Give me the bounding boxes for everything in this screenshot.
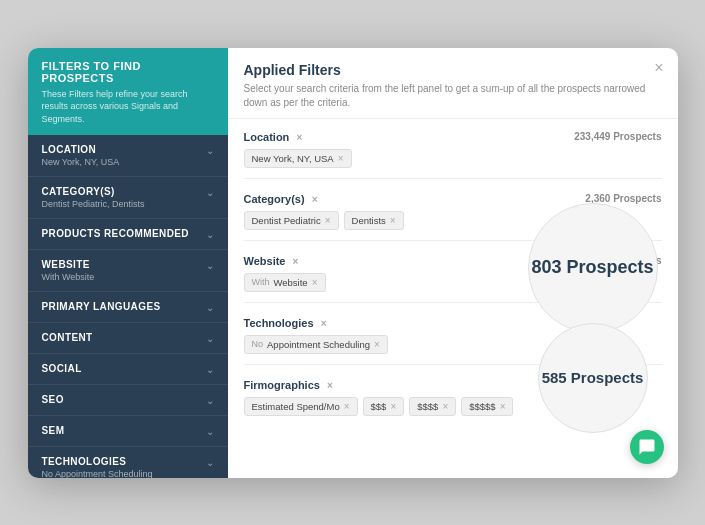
sidebar-item-content-1: CATEGORY(S) Dentist Pediatric, Dentists bbox=[42, 186, 202, 209]
tag-1-1: Dentists × bbox=[344, 211, 404, 230]
tag-4-3: $$$$$ × bbox=[461, 397, 513, 416]
circle-large-number: 803 Prospects bbox=[531, 257, 653, 278]
tag-remove-4-3[interactable]: × bbox=[500, 401, 506, 412]
tag-remove-4-2[interactable]: × bbox=[442, 401, 448, 412]
filter-remove-4[interactable]: × bbox=[327, 380, 333, 391]
filter-section-0: Location ×233,449 ProspectsNew York, NY,… bbox=[244, 131, 662, 179]
sidebar-item-1[interactable]: CATEGORY(S) Dentist Pediatric, Dentists … bbox=[28, 177, 228, 219]
sidebar-item-arrow-1: ⌄ bbox=[206, 187, 214, 198]
filter-remove-1[interactable]: × bbox=[312, 194, 318, 205]
prospects-circle-large: 803 Prospects bbox=[528, 203, 658, 333]
sidebar-item-title-2: PRODUCTS RECOMMENDED bbox=[42, 228, 202, 239]
sidebar-item-5[interactable]: CONTENT ⌄ bbox=[28, 323, 228, 354]
sidebar-item-sub-0: New York, NY, USA bbox=[42, 157, 202, 167]
sidebar-item-title-7: SEO bbox=[42, 394, 202, 405]
sidebar-item-sub-1: Dentist Pediatric, Dentists bbox=[42, 199, 202, 209]
panel-desc: Select your search criteria from the lef… bbox=[244, 82, 662, 110]
sidebar-item-title-4: PRIMARY LANGUAGES bbox=[42, 301, 202, 312]
sidebar-item-title-0: LOCATION bbox=[42, 144, 202, 155]
sidebar-item-content-9: TECHNOLOGIES No Appointment Scheduling bbox=[42, 456, 202, 477]
filter-label-0: Location × bbox=[244, 131, 303, 143]
filter-label-3: Technologies × bbox=[244, 317, 327, 329]
sidebar-item-3[interactable]: WEBSITE With Website ⌄ bbox=[28, 250, 228, 292]
sidebar-item-arrow-5: ⌄ bbox=[206, 333, 214, 344]
sidebar-item-title-8: SEM bbox=[42, 425, 202, 436]
sidebar-item-content-6: SOCIAL bbox=[42, 363, 202, 374]
filter-row-0: Location ×233,449 Prospects bbox=[244, 131, 662, 143]
main-panel: Applied Filters Select your search crite… bbox=[228, 48, 678, 478]
tag-remove-1-1[interactable]: × bbox=[390, 215, 396, 226]
prospects-circle-medium: 585 Prospects bbox=[538, 323, 648, 433]
panel-header: Applied Filters Select your search crite… bbox=[228, 48, 678, 119]
tag-1-0: Dentist Pediatric × bbox=[244, 211, 339, 230]
modal: FILTERS TO FIND PROSPECTS These Filters … bbox=[28, 48, 678, 478]
sidebar-item-arrow-9: ⌄ bbox=[206, 457, 214, 468]
tag-4-0: Estimated Spend/Mo × bbox=[244, 397, 358, 416]
filter-label-4: Firmographics × bbox=[244, 379, 333, 391]
sidebar-item-content-4: PRIMARY LANGUAGES bbox=[42, 301, 202, 312]
sidebar-item-title-1: CATEGORY(S) bbox=[42, 186, 202, 197]
sidebar-item-9[interactable]: TECHNOLOGIES No Appointment Scheduling ⌄ bbox=[28, 447, 228, 477]
sidebar: FILTERS TO FIND PROSPECTS These Filters … bbox=[28, 48, 228, 478]
sidebar-item-4[interactable]: PRIMARY LANGUAGES ⌄ bbox=[28, 292, 228, 323]
sidebar-item-2[interactable]: PRODUCTS RECOMMENDED ⌄ bbox=[28, 219, 228, 250]
circle-medium-number: 585 Prospects bbox=[542, 369, 644, 386]
sidebar-items: LOCATION New York, NY, USA ⌄ CATEGORY(S)… bbox=[28, 135, 228, 477]
chat-button[interactable] bbox=[630, 430, 664, 464]
sidebar-item-8[interactable]: SEM ⌄ bbox=[28, 416, 228, 447]
close-button[interactable]: × bbox=[654, 60, 663, 76]
tag-2-0: With Website × bbox=[244, 273, 326, 292]
filter-remove-3[interactable]: × bbox=[321, 318, 327, 329]
sidebar-item-content-2: PRODUCTS RECOMMENDED bbox=[42, 228, 202, 239]
sidebar-header-desc: These Filters help refine your search re… bbox=[42, 88, 214, 126]
sidebar-item-content-3: WEBSITE With Website bbox=[42, 259, 202, 282]
sidebar-header: FILTERS TO FIND PROSPECTS These Filters … bbox=[28, 48, 228, 136]
tag-prefix-2-0: With bbox=[252, 277, 270, 287]
filter-remove-0[interactable]: × bbox=[296, 132, 302, 143]
sidebar-item-content-0: LOCATION New York, NY, USA bbox=[42, 144, 202, 167]
sidebar-item-arrow-3: ⌄ bbox=[206, 260, 214, 271]
sidebar-item-content-8: SEM bbox=[42, 425, 202, 436]
sidebar-item-arrow-2: ⌄ bbox=[206, 229, 214, 240]
sidebar-item-title-3: WEBSITE bbox=[42, 259, 202, 270]
sidebar-item-sub-9: No Appointment Scheduling bbox=[42, 469, 202, 477]
sidebar-item-6[interactable]: SOCIAL ⌄ bbox=[28, 354, 228, 385]
tag-4-2: $$$$ × bbox=[409, 397, 456, 416]
tag-remove-1-0[interactable]: × bbox=[325, 215, 331, 226]
sidebar-item-content-5: CONTENT bbox=[42, 332, 202, 343]
sidebar-item-title-9: TECHNOLOGIES bbox=[42, 456, 202, 467]
sidebar-item-arrow-8: ⌄ bbox=[206, 426, 214, 437]
filter-label-2: Website × bbox=[244, 255, 299, 267]
tag-4-1: $$$ × bbox=[363, 397, 405, 416]
sidebar-item-title-6: SOCIAL bbox=[42, 363, 202, 374]
tag-remove-4-1[interactable]: × bbox=[390, 401, 396, 412]
tag-prefix-3-0: No bbox=[252, 339, 264, 349]
filter-count-0: 233,449 Prospects bbox=[574, 131, 661, 142]
filter-remove-2[interactable]: × bbox=[293, 256, 299, 267]
filter-tags-0: New York, NY, USA × bbox=[244, 149, 662, 168]
divider-0 bbox=[244, 178, 662, 179]
sidebar-header-title: FILTERS TO FIND PROSPECTS bbox=[42, 60, 214, 84]
tag-0-0: New York, NY, USA × bbox=[244, 149, 352, 168]
tag-remove-0-0[interactable]: × bbox=[338, 153, 344, 164]
sidebar-item-sub-3: With Website bbox=[42, 272, 202, 282]
tag-remove-4-0[interactable]: × bbox=[344, 401, 350, 412]
sidebar-item-arrow-0: ⌄ bbox=[206, 145, 214, 156]
sidebar-item-title-5: CONTENT bbox=[42, 332, 202, 343]
chat-icon bbox=[638, 438, 656, 456]
sidebar-item-arrow-6: ⌄ bbox=[206, 364, 214, 375]
sidebar-item-content-7: SEO bbox=[42, 394, 202, 405]
tag-remove-3-0[interactable]: × bbox=[374, 339, 380, 350]
sidebar-item-arrow-7: ⌄ bbox=[206, 395, 214, 406]
filter-label-1: Category(s) × bbox=[244, 193, 318, 205]
sidebar-item-arrow-4: ⌄ bbox=[206, 302, 214, 313]
tag-3-0: No Appointment Scheduling × bbox=[244, 335, 388, 354]
tag-remove-2-0[interactable]: × bbox=[312, 277, 318, 288]
sidebar-item-0[interactable]: LOCATION New York, NY, USA ⌄ bbox=[28, 135, 228, 177]
sidebar-item-7[interactable]: SEO ⌄ bbox=[28, 385, 228, 416]
panel-title: Applied Filters bbox=[244, 62, 662, 78]
